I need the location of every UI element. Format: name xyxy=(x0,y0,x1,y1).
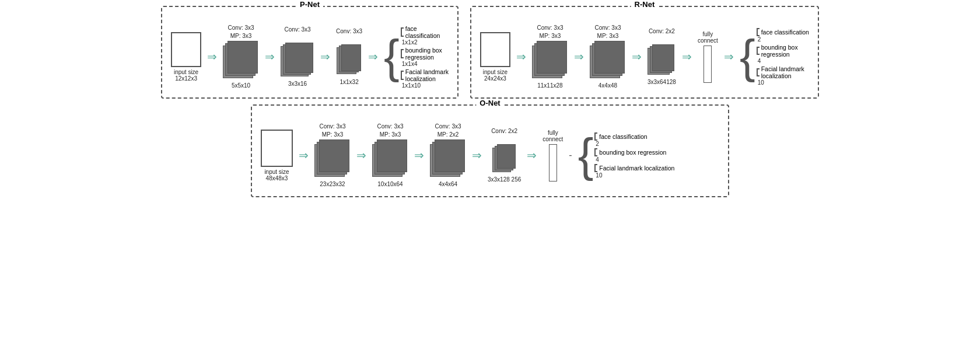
onet-stack3-mp: MP: 2x2 xyxy=(438,131,459,138)
pnet-stack1-conv: Conv: 3x3 xyxy=(228,25,254,31)
bracket3 xyxy=(401,71,404,80)
onet-stack2-label: 10x10x64 xyxy=(377,181,402,187)
onet-branches: face classification 2 bounding box regre… xyxy=(594,132,674,179)
onet-arrow1: ⇒ xyxy=(299,148,309,162)
rnet-arrow2: ⇒ xyxy=(574,50,584,64)
bracket1 xyxy=(401,27,404,37)
onet-input-square xyxy=(261,130,293,167)
onet-stack3-label: 4x4x64 xyxy=(439,181,457,187)
rnet-branch2: bounding boxregression 4 xyxy=(757,44,809,64)
onet-branch3-label: Facial landmark localization xyxy=(599,165,674,172)
onet-fc-rect xyxy=(549,144,557,182)
onet-dash: - xyxy=(569,150,572,160)
rnet-branch1-num: 2 xyxy=(758,36,761,43)
onet-stack1-mp: MP: 3x3 xyxy=(322,131,344,138)
pnet-stack1-label: 5x5x10 xyxy=(232,82,250,89)
onet-branch2: bounding box regression 4 xyxy=(594,148,674,163)
onet-branch1: face classification 2 xyxy=(594,132,674,147)
bottom-row: O-Net input size 48x48x3 ⇒ Conv: 3x3 MP:… xyxy=(6,104,974,197)
onet-box: O-Net input size 48x48x3 ⇒ Conv: 3x3 MP:… xyxy=(251,104,729,197)
pnet-input: input size 12x12x3 xyxy=(171,32,201,82)
rnet-arrow1: ⇒ xyxy=(516,50,526,64)
rnet-branch3-num: 10 xyxy=(758,79,764,86)
rnet-box: R-Net input size 24x24x3 ⇒ Conv: 3x3 MP:… xyxy=(470,6,819,99)
pnet-input-square xyxy=(171,32,201,67)
pnet-stack3-visual xyxy=(337,44,362,77)
pnet-branches: faceclassification 1x1x2 bounding boxreg… xyxy=(401,25,449,89)
onet-branch1-num: 2 xyxy=(596,141,599,147)
onet-stack3: Conv: 3x3 MP: 2x2 4x4x64 xyxy=(430,123,466,187)
pnet-stack3-label: 1x1x32 xyxy=(340,79,358,85)
onet-stack2-mp: MP: 3x3 xyxy=(380,131,401,138)
onet-stack3-conv: Conv: 3x3 xyxy=(435,123,461,130)
pnet-stack2: Conv: 3x3 MP: 3x3 3x3x16 xyxy=(281,26,314,87)
onet-stack1-conv: Conv: 3x3 xyxy=(319,123,345,130)
pnet-outputs: { faceclassification 1x1x2 xyxy=(384,25,449,89)
pnet-branch1: faceclassification 1x1x2 xyxy=(401,25,449,46)
rnet-input-label: input size 24x24x3 xyxy=(483,69,508,82)
pnet-branch3: Facial landmarklocalization 1x1x10 xyxy=(401,68,449,89)
rnet-branch1-label: face classification xyxy=(761,29,809,36)
rnet-stack2-label: 4x4x48 xyxy=(598,82,617,89)
onet-stack4: Conv: 2x2 x 3x3x128 256 xyxy=(488,128,521,183)
rnet-fc-rect xyxy=(704,46,712,83)
pnet-arrow4: ⇒ xyxy=(368,50,378,64)
pnet-stack1-visual xyxy=(223,41,259,81)
onet-branch3: Facial landmark localization 10 xyxy=(594,164,674,179)
rnet-stack1-label: 11x11x28 xyxy=(537,82,562,89)
bracket2 xyxy=(401,49,404,58)
pnet-title: P-Net xyxy=(296,0,323,9)
onet-branch2-num: 4 xyxy=(596,156,599,163)
rnet-title: R-Net xyxy=(631,0,659,9)
rnet-stack1: Conv: 3x3 MP: 3x3 11x11x28 xyxy=(532,25,568,89)
onet-branch3-num: 10 xyxy=(596,172,602,179)
pnet-arrow1: ⇒ xyxy=(207,50,217,64)
pnet-stack3-conv: Conv: 3x3 xyxy=(336,28,362,34)
rnet-branch1: face classification 2 xyxy=(757,28,809,43)
pnet-stack2-label: 3x3x16 xyxy=(288,81,307,87)
rnet-branch3-label: Facial landmarklocalization xyxy=(761,65,804,79)
onet-arrow3: ⇒ xyxy=(414,148,424,162)
rnet-input: input size 24x24x3 xyxy=(480,32,510,82)
rnet-stack3-label: 3x3x64128 xyxy=(648,79,676,85)
rnet-stack3-conv: Conv: 2x2 xyxy=(649,28,675,34)
layer3 xyxy=(228,41,258,74)
rnet-input-square xyxy=(480,32,510,67)
onet-fc: fully connect xyxy=(542,130,563,182)
onet-stack2-conv: Conv: 3x3 xyxy=(377,123,403,130)
rnet-fc-label: fully connect xyxy=(698,31,718,44)
rnet-stack1-mp: MP: 3x3 xyxy=(540,33,561,39)
onet-stack4-conv: Conv: 2x2 xyxy=(491,128,517,134)
pnet-arrow2: ⇒ xyxy=(265,50,275,64)
pnet-arrow3: ⇒ xyxy=(320,50,330,64)
rnet-stack2-visual xyxy=(590,41,626,81)
onet-branch2-label: bounding box regression xyxy=(599,149,666,156)
rnet-branch2-num: 4 xyxy=(758,58,761,64)
rnet-fc: fully connect xyxy=(698,31,718,83)
rnet-branch3: Facial landmarklocalization 10 xyxy=(757,65,809,86)
onet-fc-label: fully connect xyxy=(542,130,563,142)
onet-stack2: Conv: 3x3 MP: 3x3 10x10x64 xyxy=(372,123,408,187)
top-row: P-Net input size 12x12x3 ⇒ Conv: 3x3 MP:… xyxy=(6,6,974,99)
onet-input: input size 48x48x3 xyxy=(261,130,293,182)
pnet-branch3-num: 1x1x10 xyxy=(402,82,421,89)
pnet-box: P-Net input size 12x12x3 ⇒ Conv: 3x3 MP:… xyxy=(161,6,459,99)
rnet-stack3: Conv: 2x2 MP 3x3x64128 xyxy=(648,28,676,85)
pnet-stack3: Conv: 3x3 MP 1x1x32 xyxy=(336,28,362,85)
pnet-branch1-num: 1x1x2 xyxy=(402,39,418,46)
rnet-branch2-label: bounding boxregression xyxy=(761,44,798,58)
rnet-arrow4: ⇒ xyxy=(682,50,692,64)
onet-title: O-Net xyxy=(476,99,503,107)
rnet-stack2-mp: MP: 3x3 xyxy=(597,33,619,39)
rnet-stack1-visual xyxy=(532,41,568,81)
rnet-stack1-conv: Conv: 3x3 xyxy=(537,25,563,31)
onet-stack1-label: 23x23x32 xyxy=(320,181,345,187)
pnet-branch3-label: Facial landmarklocalization xyxy=(405,68,449,82)
rnet-arrow3: ⇒ xyxy=(632,50,642,64)
pnet-stack1-mp: MP: 3x3 xyxy=(230,33,252,39)
onet-arrow2: ⇒ xyxy=(356,148,366,162)
pnet-input-label: input size 12x12x3 xyxy=(174,69,198,82)
onet-outputs: { face classification 2 bounding box reg… xyxy=(578,132,675,179)
pnet-branch2-label: bounding boxregression xyxy=(405,47,442,61)
pnet-stack2-visual xyxy=(281,43,314,79)
